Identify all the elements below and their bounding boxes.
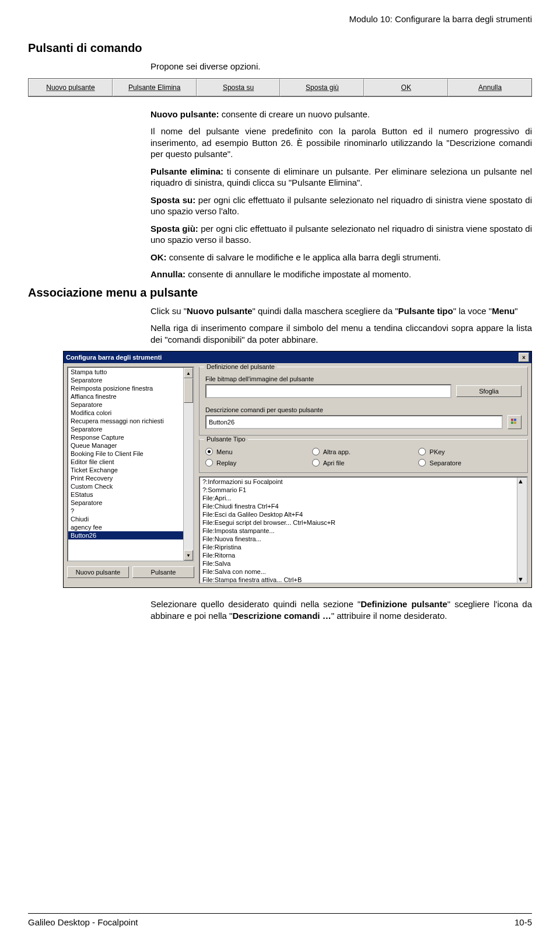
- menu-item[interactable]: File:Nuova finestra...: [200, 535, 527, 543]
- scroll-down-icon[interactable]: ▼: [184, 550, 193, 560]
- configure-toolbar-dialog: Configura barra degli strumenti × Stampa…: [63, 351, 532, 588]
- menu-item[interactable]: File:Chiudi finestra Ctrl+F4: [200, 502, 527, 510]
- desc-label: Descrizione comandi per questo pulsante: [205, 406, 522, 413]
- section-title-2: Associazione menu a pulsante: [28, 286, 532, 300]
- list-item[interactable]: Ticket Exchange: [68, 466, 193, 474]
- toolbar-btn-annulla[interactable]: Annulla: [448, 79, 531, 96]
- list-item[interactable]: Separatore: [68, 401, 193, 409]
- menu-commands-list[interactable]: ?:Informazioni su Focalpoint?:Sommario F…: [199, 476, 528, 584]
- list-item[interactable]: Booking File to Client File: [68, 450, 193, 458]
- new-button[interactable]: Nuovo pulsante: [67, 566, 129, 578]
- radio-menu[interactable]: Menu: [205, 448, 309, 455]
- page-footer: Galileo Desktop - Focalpoint 10-5: [28, 913, 532, 927]
- list-item[interactable]: Stampa tutto: [68, 368, 193, 376]
- menu-item[interactable]: File:Ripristina: [200, 543, 527, 551]
- list-item[interactable]: Reimposta posizione finestra: [68, 384, 193, 392]
- list-item[interactable]: Separatore: [68, 376, 193, 384]
- radio-separatore[interactable]: Separatore: [418, 459, 522, 466]
- list-item[interactable]: EStatus: [68, 490, 193, 499]
- list-item[interactable]: Recupera messaggi non richiesti: [68, 417, 193, 425]
- menu-item[interactable]: File:Salva: [200, 559, 527, 567]
- menu-item[interactable]: File:Stampa finestra attiva... Ctrl+B: [200, 576, 527, 584]
- radio-pkey[interactable]: PKey: [418, 448, 522, 455]
- close-icon[interactable]: ×: [519, 353, 529, 362]
- menu-item[interactable]: File:Imposta stampante...: [200, 527, 527, 535]
- scroll-up-icon[interactable]: ▲: [184, 368, 193, 378]
- toolbar-btn-nuovo[interactable]: Nuovo pulsante: [29, 79, 113, 96]
- menu-item[interactable]: File:Salva con nome...: [200, 567, 527, 576]
- list-item[interactable]: Separatore: [68, 425, 193, 433]
- browse-button[interactable]: Sfoglia: [456, 385, 522, 397]
- scrollbar[interactable]: ▲▼: [183, 368, 193, 560]
- list-item[interactable]: agency fee: [68, 523, 193, 531]
- list-item[interactable]: Editor file client: [68, 458, 193, 466]
- bitmap-input[interactable]: [205, 384, 452, 398]
- radio-aprifile[interactable]: Apri file: [312, 459, 415, 466]
- module-header: Modulo 10: Configurare la barra degli st…: [28, 14, 532, 24]
- dialog-titlebar: Configura barra degli strumenti ×: [64, 351, 531, 363]
- menu-item[interactable]: File:Ritorna: [200, 551, 527, 559]
- toolbar-btn-ok[interactable]: OK: [364, 79, 448, 96]
- list-item[interactable]: Button26: [68, 531, 193, 539]
- desc-input[interactable]: Button26: [205, 415, 503, 429]
- toolbar-btn-sposta-su[interactable]: Sposta su: [197, 79, 281, 96]
- scroll-up-icon[interactable]: ▲: [517, 478, 527, 485]
- bitmap-label: File bitmap dell'immagine del pulsante: [205, 375, 522, 382]
- desc-icon-button[interactable]: [508, 415, 522, 429]
- list-item[interactable]: Affianca finestre: [68, 392, 193, 401]
- list-item[interactable]: Separatore: [68, 499, 193, 507]
- radio-dot-icon: [418, 448, 426, 455]
- footer-right: 10-5: [514, 917, 532, 927]
- list-item[interactable]: Chiudi: [68, 515, 193, 523]
- footer-left: Galileo Desktop - Focalpoint: [28, 917, 138, 927]
- scrollbar[interactable]: ▲▼: [517, 478, 527, 583]
- scroll-thumb[interactable]: [184, 378, 193, 403]
- menu-item[interactable]: File:Apri...: [200, 494, 527, 502]
- svg-rect-1: [514, 419, 516, 421]
- button-listbox[interactable]: Stampa tuttoSeparatoreReimposta posizion…: [67, 367, 194, 562]
- menu-item[interactable]: File:Esci da Galileo Desktop Alt+F4: [200, 510, 527, 518]
- radio-replay[interactable]: Replay: [205, 459, 309, 466]
- section1-body: Nuovo pulsante: consente di creare un nu…: [150, 109, 532, 280]
- section1-intro: Propone sei diverse opzioni.: [150, 61, 532, 72]
- radio-dot-icon: [418, 459, 426, 466]
- scroll-down-icon[interactable]: ▼: [517, 576, 527, 583]
- grid-icon: [510, 418, 519, 426]
- section-title-1: Pulsanti di comando: [28, 41, 532, 55]
- radio-dot-icon: [312, 448, 320, 455]
- pulsante-button[interactable]: Pulsante: [132, 566, 194, 578]
- toolbar-row: Nuovo pulsante Pulsante Elimina Sposta s…: [28, 78, 532, 97]
- list-item[interactable]: Print Recovery: [68, 474, 193, 482]
- section3-body: Selezionare quello desiderato quindi nel…: [150, 598, 532, 621]
- group-type: MenuAltra app.PKeyReplayApri fileSeparat…: [199, 439, 528, 473]
- menu-item[interactable]: ?:Informazioni su Focalpoint: [200, 478, 527, 486]
- radio-dot-icon: [205, 448, 213, 455]
- dialog-title-text: Configura barra degli strumenti: [66, 354, 162, 361]
- group-definition: File bitmap dell'immagine del pulsante S…: [199, 367, 528, 436]
- list-item[interactable]: Queue Manager: [68, 441, 193, 450]
- radio-altraapp[interactable]: Altra app.: [312, 448, 415, 455]
- svg-rect-3: [514, 422, 516, 424]
- toolbar-btn-sposta-giu[interactable]: Sposta giù: [280, 79, 364, 96]
- section2-body: Click su "Nuovo pulsante" quindi dalla m…: [150, 305, 532, 346]
- list-item[interactable]: Custom Check: [68, 482, 193, 490]
- svg-rect-0: [511, 419, 513, 421]
- menu-item[interactable]: ?:Sommario F1: [200, 486, 527, 494]
- toolbar-btn-elimina[interactable]: Pulsante Elimina: [113, 79, 197, 96]
- radio-dot-icon: [312, 459, 320, 466]
- radio-dot-icon: [205, 459, 213, 466]
- list-item[interactable]: Response Capture: [68, 433, 193, 441]
- menu-item[interactable]: File:Esegui script del browser... Ctrl+M…: [200, 518, 527, 527]
- svg-rect-2: [511, 422, 513, 424]
- list-item[interactable]: ?: [68, 507, 193, 515]
- list-item[interactable]: Modifica colori: [68, 409, 193, 417]
